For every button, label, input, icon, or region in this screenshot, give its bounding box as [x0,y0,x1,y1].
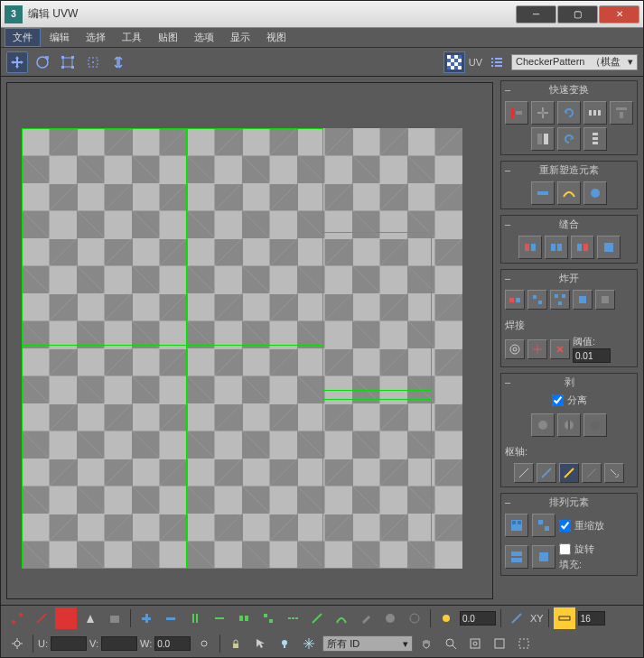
straighten-button[interactable] [531,181,555,205]
close-button[interactable]: ✕ [599,5,639,23]
light-icon[interactable] [274,633,295,654]
collapse-icon[interactable]: – [505,164,510,175]
menu-options[interactable]: 选项 [187,29,221,46]
vertex-mode[interactable] [6,607,28,629]
relax-button[interactable] [557,181,581,205]
weld-sel-button[interactable] [527,339,547,359]
explode5-button[interactable] [595,290,615,310]
uv-edge[interactable] [322,390,431,391]
pivot4-button[interactable] [582,463,602,483]
menu-tools[interactable]: 工具 [115,29,149,46]
detach-checkbox[interactable] [552,394,564,406]
collapse-icon[interactable]: – [505,273,510,283]
freeform-tool[interactable] [82,51,104,73]
sun-button[interactable] [435,607,457,629]
zoom-icon[interactable] [440,633,462,654]
zoomregion-icon[interactable] [513,633,535,654]
loop-button[interactable] [209,607,230,629]
checker-toggle[interactable] [443,51,465,73]
menu-map[interactable]: 贴图 [151,29,185,46]
uv-edge[interactable] [22,128,322,129]
poly-mode[interactable] [104,607,126,629]
rotate-ccw-button[interactable] [557,101,581,125]
stitch1-button[interactable] [518,236,542,259]
snowflake-icon[interactable] [298,633,320,654]
menu-edit[interactable]: 编辑 [42,29,77,46]
spacing-h-button[interactable] [583,101,607,125]
pivot5-button[interactable] [604,463,624,483]
move-tool[interactable] [6,51,28,73]
ring-button[interactable] [184,607,206,629]
spacing-v-button[interactable] [583,127,607,151]
rotate-tool[interactable] [32,51,53,73]
uv-edge[interactable] [22,345,322,346]
threshold-input[interactable] [573,348,611,363]
collapse-icon[interactable]: – [505,496,510,507]
minimize-button[interactable]: ─ [516,5,556,23]
spinner-input[interactable] [578,611,605,626]
uv-edge[interactable] [322,399,431,400]
align-center-button[interactable] [531,101,555,125]
peel2-button[interactable] [557,413,581,437]
pivot1-button[interactable] [514,463,534,483]
cursor-icon[interactable] [249,633,271,654]
tool-c[interactable] [282,607,303,629]
collapse-icon[interactable]: – [505,84,510,95]
texture-dropdown[interactable]: CheckerPattern （棋盘▾ [511,54,638,70]
stitch4-button[interactable] [597,236,621,259]
zoomext-icon[interactable] [464,633,486,654]
break-button[interactable] [550,339,570,359]
menu-file[interactable]: 文件 [5,28,41,47]
sphere-button[interactable] [379,607,401,629]
align-left-button[interactable] [505,101,528,125]
uv-edge[interactable] [431,232,432,569]
collapse-icon[interactable]: – [505,376,510,387]
u-input[interactable] [51,636,87,651]
measure-button[interactable] [554,607,575,629]
maximize-button[interactable]: ▢ [557,5,598,23]
menu-display[interactable]: 显示 [223,29,257,46]
uv-edge[interactable] [186,128,187,569]
shrink-button[interactable] [160,607,182,629]
align-top-button[interactable] [610,101,633,125]
edge-tool[interactable] [506,607,527,629]
id-select[interactable]: 所有 ID▾ [322,635,413,652]
stitch3-button[interactable] [571,236,594,259]
pack2-button[interactable] [532,514,555,537]
w-input[interactable] [154,636,191,651]
grow-button[interactable] [135,607,157,629]
pack4-button[interactable] [532,545,555,569]
link-icon[interactable] [193,633,215,654]
list-icon[interactable] [486,51,508,73]
transform-icon[interactable] [6,633,28,654]
flip-button[interactable] [531,127,555,151]
face-mode[interactable] [55,607,77,629]
mirror-tool[interactable] [107,51,129,73]
menu-select[interactable]: 选择 [79,29,113,46]
uv-edge[interactable] [322,568,431,569]
explode3-button[interactable] [550,290,570,310]
weld-target-button[interactable] [505,339,525,359]
pivot2-button[interactable] [537,463,556,483]
pivot3-button[interactable] [559,463,579,483]
viewport[interactable] [6,82,493,599]
peel3-button[interactable] [583,413,607,437]
tool-d[interactable] [306,607,328,629]
menu-view[interactable]: 视图 [259,29,294,46]
circle-button[interactable] [404,607,425,629]
lock-icon[interactable] [225,633,247,654]
rescale-checkbox[interactable] [559,520,571,532]
tool-b[interactable] [257,607,279,629]
brush-button[interactable] [355,607,377,629]
hand-icon[interactable] [415,633,437,654]
uv-edge[interactable] [322,128,323,569]
explode4-button[interactable] [573,290,593,310]
rotate-checkbox[interactable] [559,543,571,555]
pack3-button[interactable] [505,545,528,569]
uv-edge[interactable] [22,568,322,569]
explode2-button[interactable] [527,290,547,310]
pack1-button[interactable] [505,514,528,537]
element-mode[interactable] [79,607,101,629]
uv-edge[interactable] [22,128,23,569]
tool-a[interactable] [233,607,255,629]
